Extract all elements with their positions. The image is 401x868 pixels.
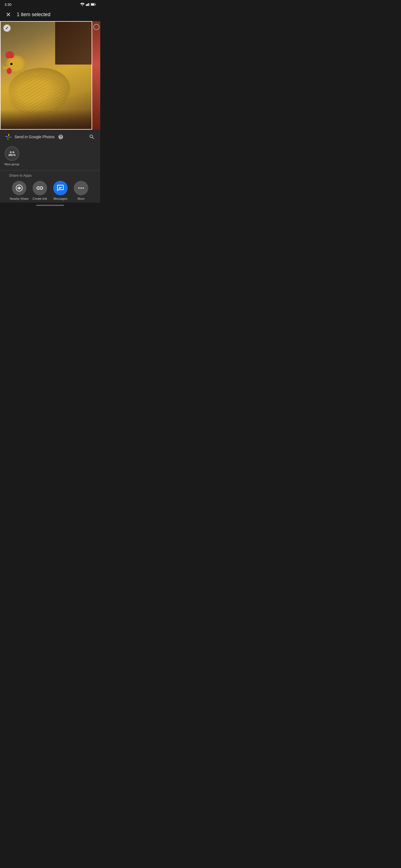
nearby-share-icon (12, 181, 26, 195)
svg-rect-0 (86, 5, 86, 6)
send-title: Send in Google Photos (15, 135, 55, 139)
google-photos-icon (4, 133, 12, 141)
share-apps-section: Share to Apps Nearby Share (4, 170, 96, 200)
help-button[interactable] (57, 133, 65, 141)
send-action-icons (88, 133, 96, 141)
svg-rect-7 (91, 4, 94, 5)
image-selected-check[interactable]: ✓ (3, 25, 10, 32)
checkmark-icon: ✓ (5, 26, 9, 30)
create-link-label: Create link (33, 197, 47, 200)
svg-rect-11 (59, 187, 62, 188)
status-bar: 3:30 (0, 0, 100, 8)
more-icon (74, 181, 88, 195)
contacts-row: New group (4, 144, 96, 170)
new-group-label: New group (4, 162, 19, 166)
nearby-share-label: Nearby Share (10, 197, 29, 200)
partial-image[interactable] (92, 21, 100, 130)
svg-rect-2 (87, 4, 88, 6)
new-group-item[interactable]: New group (4, 146, 19, 166)
image-unselected-check[interactable] (93, 24, 99, 30)
svg-rect-12 (59, 188, 61, 189)
messages-label: Messages (54, 197, 67, 200)
svg-point-15 (82, 187, 84, 189)
send-panel: Send in Google Photos (0, 130, 100, 203)
svg-rect-6 (95, 4, 96, 5)
status-icons (80, 3, 96, 6)
home-bar (36, 205, 64, 206)
home-indicator (0, 203, 100, 207)
messages-item[interactable]: Messages (50, 181, 71, 200)
svg-point-13 (78, 187, 79, 189)
create-link-icon (33, 181, 47, 195)
svg-rect-1 (87, 4, 87, 6)
selected-image[interactable]: ✓ (0, 21, 92, 130)
more-item[interactable]: More (71, 181, 91, 200)
signal-icon (86, 3, 90, 6)
search-button[interactable] (88, 133, 96, 141)
share-apps-label: Share to Apps (9, 173, 91, 178)
top-bar: 1 item selected (0, 8, 100, 21)
close-button[interactable] (4, 10, 12, 18)
wifi-icon (80, 3, 85, 6)
nearby-share-item[interactable]: Nearby Share (9, 181, 30, 200)
send-header: Send in Google Photos (4, 133, 96, 141)
image-area: ✓ (0, 21, 100, 130)
svg-rect-3 (88, 3, 89, 6)
more-label: More (78, 197, 84, 200)
send-title-row: Send in Google Photos (4, 133, 65, 141)
battery-icon (91, 3, 96, 6)
app-icons-row: Nearby Share Create link (9, 181, 91, 200)
svg-rect-4 (89, 3, 90, 6)
svg-point-14 (81, 187, 82, 189)
new-group-avatar (5, 146, 19, 161)
page-title: 1 item selected (17, 12, 96, 18)
status-time: 3:30 (4, 2, 11, 7)
messages-icon (53, 181, 68, 195)
create-link-item[interactable]: Create link (30, 181, 50, 200)
